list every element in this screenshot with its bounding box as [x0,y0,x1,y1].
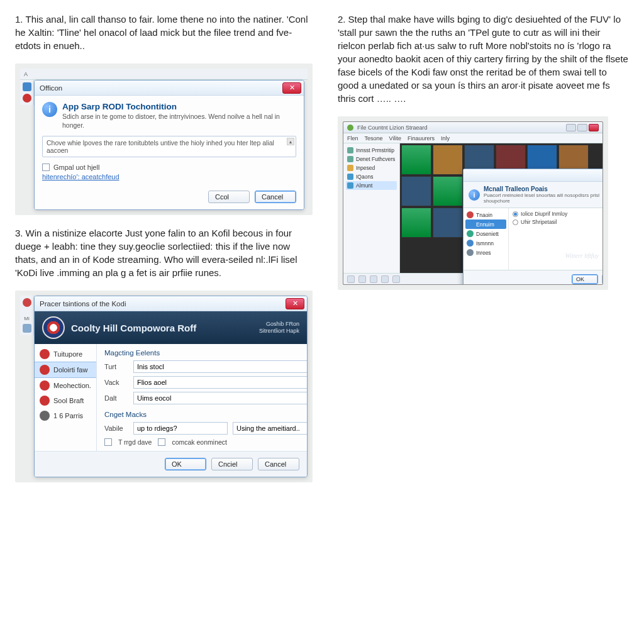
sidebar-item[interactable]: Almunt [346,181,397,190]
category-item[interactable]: Meohection. [35,378,96,393]
category-item[interactable]: Doloirti faw [35,362,96,378]
vabile-field[interactable] [133,422,228,435]
cancel-button[interactable]: Cancel [255,191,296,203]
sidebar-item[interactable]: Denet Futhcvers [346,155,397,164]
text-field[interactable] [133,360,308,373]
category-item[interactable]: 1 6 Parris [35,408,96,423]
nested-icon [467,211,474,218]
bg-icon [23,298,31,307]
radio-label: Uhir Shripetasil [521,219,557,225]
step-2-num: 2. [338,14,346,25]
info-icon: i [42,102,57,117]
menu-item[interactable]: Inly [441,135,450,142]
maximize-button[interactable] [577,124,587,131]
nested-category-list: TnaoinEnnuimDoseniettIsmnnnInrees [464,208,509,270]
banner-title: Coolty Hill Compowora Roff [71,323,196,333]
thumbnail[interactable] [433,208,463,238]
text-field[interactable] [133,376,308,389]
nested-title: Mcnall Tralleon Poais [484,186,548,192]
close-button[interactable]: ✕ [286,298,304,309]
field-label: Vabile [104,425,128,432]
category-list: TuituporeDoloirti fawMeohection.Sool Bra… [35,344,97,451]
sidebar-label: Almunt [356,182,372,189]
thumbnail[interactable] [433,176,463,206]
radio-option[interactable]: Uhir Shripetasil [513,219,603,225]
step-2: 2.Step thal make have wills bging to dig… [338,13,629,105]
cancel-button-2[interactable]: Cancel [258,458,299,470]
category-item[interactable]: Sool Braft [35,393,96,408]
field-label: Vack [104,379,128,386]
ok-button[interactable]: OK [165,458,206,470]
nested-dialog: ✕ i Mcnall Tralleon Poais Puacort nreino… [463,169,603,285]
thumbnail[interactable] [401,145,431,175]
radio-option[interactable]: Iolice Diuprif Inmloy [513,211,603,217]
status-icon [392,275,400,283]
nested-item[interactable]: Ennuim [465,219,506,229]
checkbox[interactable] [104,438,112,446]
menu-item[interactable]: Finauurers [408,135,435,142]
scroll-up-icon[interactable]: ▴ [287,138,294,145]
nested-item[interactable]: Tnaoin [465,210,506,219]
sidebar-icon [347,147,353,153]
close-button[interactable] [589,124,599,131]
sidebar-label: Innsst Prmstritip [356,147,394,153]
menu-item[interactable]: Tesone [365,135,383,142]
cancel-button[interactable]: Gucel [602,274,603,284]
dialog-banner: Coolty Hill Compowora Roff Goshib FRonSi… [35,311,307,344]
nested-subtitle: Puacort nreinoied lesel snoortas aill no… [484,192,603,204]
category-icon [40,411,50,421]
nested-label: Inrees [476,250,491,256]
checkbox[interactable] [158,438,165,446]
using-field[interactable] [233,422,308,435]
sidebar-item[interactable]: Innsst Prmstritip [346,146,397,155]
close-button[interactable]: ✕ [282,82,301,94]
bg-icon [23,82,31,91]
cancel-button[interactable]: Cnciel [211,458,253,470]
menu-item[interactable]: Vilite [389,135,401,142]
thumbnail[interactable] [401,208,431,238]
minimize-button[interactable] [566,124,576,131]
checkbox-label: comcak eonminect [172,438,227,446]
dialog-title: Officon [37,84,282,92]
step-2-text: Step thal make have wills bging to dig'c… [338,14,628,104]
radio-icon [513,211,518,217]
step-1: 1.This anal, lin call thanso to fair. lo… [15,13,313,52]
category-label: Sool Braft [53,397,84,404]
sidebar-icon [347,182,353,189]
field-label: Turt [104,363,128,370]
nested-item[interactable]: Ismnnn [465,238,506,248]
nested-item[interactable]: Doseniett [465,229,506,238]
status-icon [358,275,366,283]
background-tab: A [20,69,308,80]
checkbox[interactable] [42,164,50,171]
bg-icon [23,94,31,103]
menu-item[interactable]: Flen [347,135,358,142]
status-icon [347,275,355,283]
step-1-text: This anal, lin call thanso to fair. lome… [15,14,308,51]
description-textbox[interactable]: Chove whie lpoves the rare tonitubtels u… [42,136,296,157]
nested-label: Ennuim [476,221,494,228]
category-item[interactable]: Tuitupore [35,347,96,362]
ok-button[interactable]: OK [572,274,598,284]
step-3-text: Win a nistinize elacorte Just yone falin… [15,228,297,278]
help-link[interactable]: hitenrechío': aceatchfeud [42,173,296,180]
sidebar-item[interactable]: Inpesed [346,164,397,172]
screenshot-2: File Countnt Lizion Straeard FlenTesoneV… [338,116,608,290]
bg-label: Mi [24,316,29,321]
ok-button[interactable]: Ccol [208,191,250,203]
sidebar-icon [347,156,353,162]
step-3: 3.Win a nistinize elacorte Just yone fal… [15,226,313,279]
thumbnail[interactable] [401,176,431,206]
radio-label: Iolice Diuprif Inmloy [521,211,567,217]
sidebar-item[interactable]: IQaons [346,172,397,181]
sidebar-label: Inpesed [356,165,375,171]
thumbnail[interactable] [433,145,463,175]
text-field[interactable] [133,392,308,404]
sidebar-label: Denet Futhcvers [356,156,395,162]
category-icon [40,365,50,375]
dialog-pracer: Pracer tsintions of the Kodi ✕ Coolty Hi… [34,296,308,477]
nested-item[interactable]: Inrees [465,248,506,257]
sidebar-label: IQaons [356,174,373,180]
nested-icon [467,249,474,256]
section-title: Magcting Eelents [104,349,308,357]
